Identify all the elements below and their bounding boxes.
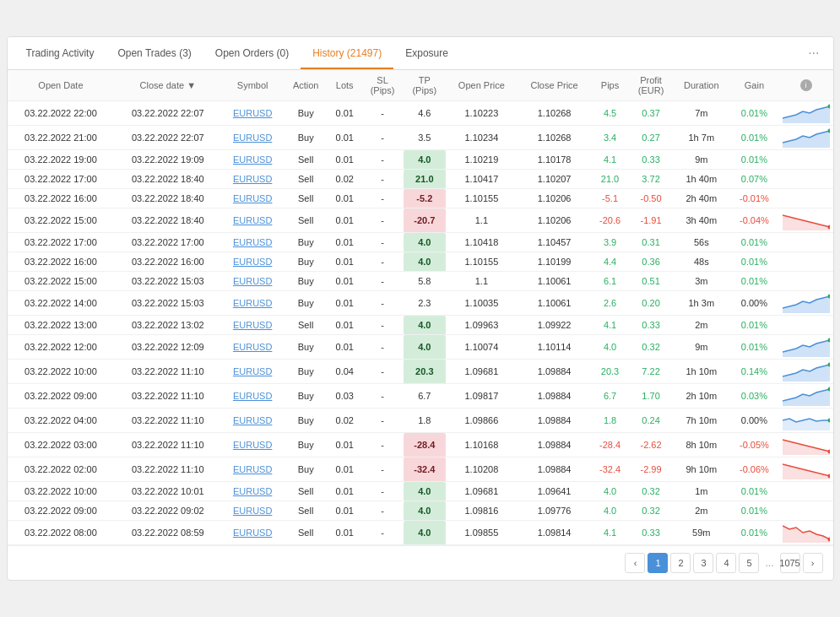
col-duration[interactable]: Duration (673, 70, 729, 101)
page-last-button[interactable]: 1075 (780, 553, 800, 573)
pips: -28.4 (591, 433, 629, 457)
col-gain[interactable]: Gain (729, 70, 778, 101)
prev-page-button[interactable]: ‹ (625, 553, 645, 573)
open-date: 03.22.2022 13:00 (8, 316, 115, 335)
tab-open-orders[interactable]: Open Orders (0) (203, 39, 301, 69)
sparkline (779, 335, 833, 360)
duration: 2h 10m (673, 384, 729, 409)
symbol[interactable]: EURUSD (221, 482, 284, 501)
tab-open-trades[interactable]: Open Trades (3) (106, 39, 203, 69)
col-sl[interactable]: SL(Pips) (361, 70, 404, 101)
action: Buy (284, 409, 328, 433)
symbol[interactable]: EURUSD (221, 252, 284, 272)
col-close-date[interactable]: Close date ▼ (114, 70, 221, 101)
gain: -0.05% (729, 433, 778, 457)
symbol[interactable]: EURUSD (221, 170, 284, 189)
col-pips[interactable]: Pips (591, 70, 629, 101)
sparkline (779, 272, 833, 291)
trades-table-wrap: Open Date Close date ▼ Symbol Action Lot… (8, 70, 833, 545)
svg-marker-20 (783, 526, 830, 543)
duration: 2h 40m (673, 189, 729, 208)
table-row: 03.22.2022 14:00 03.22.2022 15:03 EURUSD… (8, 291, 833, 316)
tab-exposure[interactable]: Exposure (393, 39, 460, 69)
open-date: 03.22.2022 16:00 (8, 189, 115, 208)
close-price: 1.09922 (518, 316, 591, 335)
close-price: 1.10061 (518, 272, 591, 291)
sl: - (361, 189, 404, 208)
open-price: 1.1 (446, 272, 518, 291)
svg-marker-6 (783, 296, 830, 313)
symbol[interactable]: EURUSD (221, 360, 284, 384)
symbol[interactable]: EURUSD (221, 208, 284, 233)
symbol[interactable]: EURUSD (221, 126, 284, 150)
table-row: 03.22.2022 17:00 03.22.2022 17:00 EURUSD… (8, 233, 833, 252)
next-page-button[interactable]: › (803, 553, 823, 573)
gain: 0.01% (729, 521, 778, 545)
col-action[interactable]: Action (284, 70, 328, 101)
col-open-date[interactable]: Open Date (8, 70, 115, 101)
open-date: 03.22.2022 15:00 (8, 272, 115, 291)
pips: 3.9 (591, 233, 629, 252)
duration: 1h 7m (673, 126, 729, 150)
symbol[interactable]: EURUSD (221, 433, 284, 457)
tab-history[interactable]: History (21497) (301, 39, 393, 69)
symbol[interactable]: EURUSD (221, 384, 284, 409)
symbol[interactable]: EURUSD (221, 272, 284, 291)
symbol[interactable]: EURUSD (221, 521, 284, 545)
action: Buy (284, 384, 328, 409)
symbol[interactable]: EURUSD (221, 316, 284, 335)
col-close-price[interactable]: Close Price (518, 70, 591, 101)
symbol[interactable]: EURUSD (221, 150, 284, 170)
open-date: 03.22.2022 15:00 (8, 208, 115, 233)
open-price: 1.10208 (446, 457, 518, 482)
col-tp[interactable]: TP(Pips) (404, 70, 446, 101)
page-4-button[interactable]: 4 (716, 553, 736, 573)
lots: 0.01 (328, 272, 361, 291)
sparkline-svg (783, 522, 830, 543)
close-date: 03.22.2022 16:00 (114, 252, 221, 272)
duration: 9h 10m (673, 457, 729, 482)
lots: 0.02 (328, 170, 361, 189)
close-date: 03.22.2022 15:03 (114, 291, 221, 316)
pips: 1.8 (591, 409, 629, 433)
page-1-button[interactable]: 1 (648, 553, 668, 573)
duration: 1h 10m (673, 360, 729, 384)
page-5-button[interactable]: 5 (739, 553, 759, 573)
action: Sell (284, 189, 328, 208)
sparkline (779, 291, 833, 316)
open-price: 1.10035 (446, 291, 518, 316)
lots: 0.01 (328, 101, 361, 126)
symbol[interactable]: EURUSD (221, 291, 284, 316)
sl: - (361, 409, 404, 433)
symbol[interactable]: EURUSD (221, 335, 284, 360)
pips: 4.4 (591, 252, 629, 272)
close-price: 1.09641 (518, 482, 591, 501)
sparkline (779, 150, 833, 170)
col-profit[interactable]: Profit(EUR) (629, 70, 673, 101)
symbol[interactable]: EURUSD (221, 409, 284, 433)
symbol[interactable]: EURUSD (221, 457, 284, 482)
page-2-button[interactable]: 2 (670, 553, 691, 573)
table-row: 03.22.2022 13:00 03.22.2022 13:02 EURUSD… (8, 316, 833, 335)
svg-marker-2 (783, 131, 830, 148)
col-open-price[interactable]: Open Price (446, 70, 518, 101)
col-lots[interactable]: Lots (328, 70, 361, 101)
symbol[interactable]: EURUSD (221, 101, 284, 126)
sparkline (779, 521, 833, 545)
sl: - (361, 208, 404, 233)
page-3-button[interactable]: 3 (693, 553, 713, 573)
close-price: 1.10206 (518, 189, 591, 208)
tab-trading-activity[interactable]: Trading Activity (14, 39, 106, 69)
duration: 1h 3m (673, 291, 729, 316)
tp: -5.2 (404, 189, 446, 208)
symbol[interactable]: EURUSD (221, 189, 284, 208)
duration: 1m (673, 482, 729, 501)
pips: 3.4 (591, 126, 629, 150)
tab-more-button[interactable]: ··· (801, 37, 826, 69)
symbol[interactable]: EURUSD (221, 233, 284, 252)
symbol[interactable]: EURUSD (221, 501, 284, 521)
gain: 0.00% (729, 409, 778, 433)
table-row: 03.22.2022 21:00 03.22.2022 22:07 EURUSD… (8, 126, 833, 150)
col-symbol[interactable]: Symbol (221, 70, 284, 101)
info-icon[interactable]: i (800, 79, 812, 91)
